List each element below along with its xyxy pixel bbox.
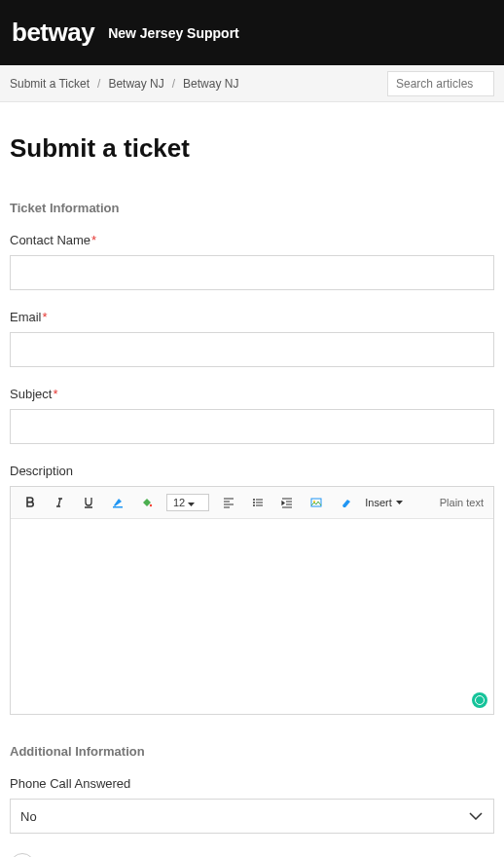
- section-additional-info: Additional Information: [10, 744, 494, 759]
- breadcrumb-item[interactable]: Betway NJ: [183, 77, 238, 91]
- italic-button[interactable]: [50, 493, 69, 512]
- svg-point-4: [253, 504, 255, 506]
- sub-header: Submit a Ticket / Betway NJ / Betway NJ: [0, 65, 504, 102]
- breadcrumb-item[interactable]: Betway NJ: [108, 77, 163, 91]
- select-phone-answered[interactable]: No: [10, 799, 494, 834]
- input-contact[interactable]: [10, 255, 494, 290]
- insert-dropdown[interactable]: Insert: [365, 497, 403, 508]
- search-box: [387, 71, 494, 96]
- input-subject[interactable]: [10, 409, 494, 444]
- field-contact: Contact Name*: [10, 233, 494, 290]
- page-body: Submit a ticket Ticket Information Conta…: [0, 102, 504, 857]
- plain-text-toggle[interactable]: Plain text: [440, 497, 484, 508]
- label-email: Email*: [10, 310, 494, 324]
- editor-toolbar: 12 Insert Plain text: [11, 487, 493, 519]
- underline-button[interactable]: [79, 493, 98, 512]
- image-button[interactable]: [306, 493, 326, 512]
- label-contact: Contact Name*: [10, 233, 494, 247]
- input-email[interactable]: [10, 332, 494, 367]
- svg-point-3: [253, 502, 255, 503]
- list-button[interactable]: [248, 493, 268, 512]
- logo: betway: [12, 18, 94, 48]
- font-size-select[interactable]: 12: [166, 494, 209, 511]
- align-button[interactable]: [219, 493, 238, 512]
- bold-button[interactable]: [20, 493, 40, 512]
- label-phone-answered: Phone Call Answered: [10, 776, 494, 791]
- grammarly-icon: [472, 692, 487, 708]
- rich-editor: 12 Insert Plain text: [10, 486, 494, 715]
- breadcrumb-separator: /: [97, 77, 100, 91]
- breadcrumb: Submit a Ticket / Betway NJ / Betway NJ: [10, 77, 379, 91]
- breadcrumb-item[interactable]: Submit a Ticket: [10, 77, 90, 91]
- field-subject: Subject*: [10, 387, 494, 444]
- portal-name: New Jersey Support: [108, 25, 239, 41]
- label-subject: Subject*: [10, 387, 494, 401]
- page-title: Submit a ticket: [10, 133, 494, 164]
- attach-file-row[interactable]: Attach a file (Up to 20 MB ): [10, 853, 494, 857]
- editor-textarea[interactable]: [11, 519, 493, 714]
- section-ticket-info: Ticket Information: [10, 201, 494, 215]
- field-description: Description 12 Insert Plain text: [10, 464, 494, 715]
- field-phone-answered: Phone Call Answered No: [10, 776, 494, 834]
- app-header: betway New Jersey Support: [0, 0, 504, 65]
- svg-rect-0: [113, 506, 123, 508]
- field-email: Email*: [10, 310, 494, 367]
- svg-rect-5: [311, 499, 321, 506]
- svg-point-1: [150, 504, 152, 506]
- text-color-button[interactable]: [108, 493, 127, 512]
- label-description: Description: [10, 464, 494, 478]
- indent-button[interactable]: [277, 493, 297, 512]
- paperclip-icon: [10, 853, 35, 857]
- bg-color-button[interactable]: [137, 493, 157, 512]
- svg-point-2: [253, 499, 255, 501]
- breadcrumb-separator: /: [172, 77, 175, 91]
- eraser-button[interactable]: [336, 493, 355, 512]
- search-input[interactable]: [387, 71, 494, 96]
